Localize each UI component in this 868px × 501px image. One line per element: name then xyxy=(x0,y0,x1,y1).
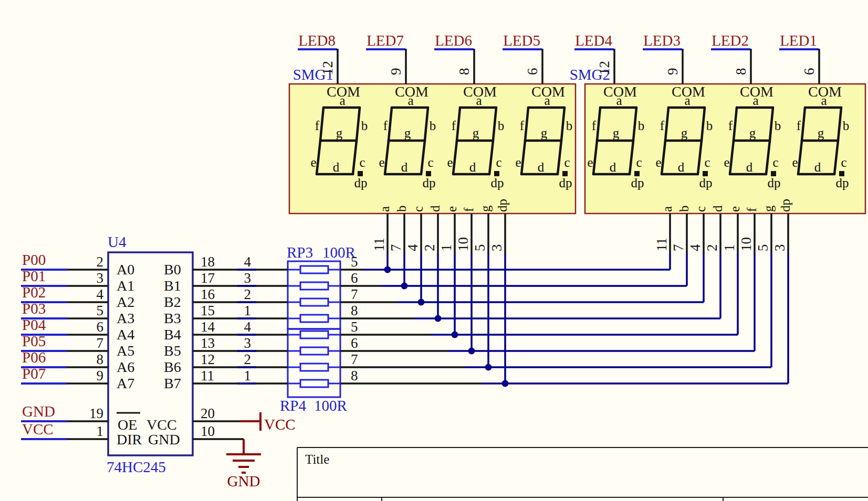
segment-c-label: c xyxy=(704,155,710,169)
rp-pin-number: 4 xyxy=(244,254,252,270)
segment-d-label: d xyxy=(538,160,545,174)
segment-pin-name: g xyxy=(761,205,776,212)
pin-number: 16 xyxy=(201,286,215,302)
led-net-label: LED2 xyxy=(712,32,749,49)
pin-number: 7 xyxy=(97,335,104,351)
rp-pin-number: 6 xyxy=(351,335,358,351)
vcc-power-label: VCC xyxy=(264,416,296,433)
led-net-label: LED3 xyxy=(643,32,681,49)
segment-e-label: e xyxy=(310,155,316,169)
segment-g-label: g xyxy=(473,126,479,140)
segment-a-label: a xyxy=(339,93,345,108)
net-label: P04 xyxy=(22,316,46,333)
segment-d-label: d xyxy=(333,160,340,174)
segment-dp-label: dp xyxy=(354,176,368,190)
pin-number: 2 xyxy=(97,254,104,270)
resistor-icon xyxy=(300,282,328,290)
segment-pin-number: 3 xyxy=(489,244,505,252)
net-label: P03 xyxy=(22,300,46,317)
segment-b-label: b xyxy=(775,119,781,133)
segment-pin-name: b xyxy=(394,206,409,212)
pin-number: 6 xyxy=(97,319,104,335)
segment-dp-label: dp xyxy=(491,176,504,190)
pin-number-19: 19 xyxy=(89,406,103,421)
segment-b-label: b xyxy=(566,119,573,133)
pin-name: A5 xyxy=(117,343,134,359)
pin-name: B4 xyxy=(164,326,181,343)
resistor-icon xyxy=(300,364,328,371)
segment-g-label: g xyxy=(336,126,343,140)
segment-pin-name: d xyxy=(428,205,442,212)
rp-pin-number: 1 xyxy=(244,303,252,318)
pin-name: A2 xyxy=(117,294,134,310)
rp4-designator: RP4 xyxy=(280,397,306,414)
pin-number: 15 xyxy=(201,303,215,318)
segment-a-label: a xyxy=(476,93,482,108)
segment-pin-number: 1 xyxy=(721,244,737,252)
segment-dp-label: dp xyxy=(836,176,849,190)
pin-name: B5 xyxy=(164,343,181,359)
pin-number: 18 xyxy=(201,254,215,270)
segment-pin-number: 4 xyxy=(687,244,703,251)
net-label: P05 xyxy=(22,333,46,349)
schematic-canvas: SMG1 SMG2 U4 74HC245 GND 19 VCC 1 OE VCC… xyxy=(0,0,868,501)
net-label: P01 xyxy=(22,268,46,284)
net-label-vcc: VCC xyxy=(22,421,54,438)
pin-name: B0 xyxy=(164,261,181,278)
pin-number: 17 xyxy=(201,270,215,286)
segment-dp-label: dp xyxy=(631,176,644,190)
segment-a-label: a xyxy=(407,93,413,108)
segment-g-label: g xyxy=(818,126,824,140)
segment-e-label: e xyxy=(515,155,521,169)
segment-dp-label: dp xyxy=(423,176,436,190)
pin-name-dir: DIR xyxy=(117,431,142,447)
segment-d-label: d xyxy=(746,160,753,174)
segment-c-label: c xyxy=(636,155,642,169)
segment-g-label: g xyxy=(541,126,548,140)
segment-pin-name: g xyxy=(478,205,493,212)
segment-g-label: g xyxy=(749,126,756,140)
segment-pin-name: dp xyxy=(495,199,509,212)
pin-number: 5 xyxy=(97,303,104,318)
rp-pin-number: 5 xyxy=(351,254,358,270)
chip-designator: U4 xyxy=(108,233,127,250)
segment-c-label: c xyxy=(564,155,570,169)
led-net-label: LED5 xyxy=(503,32,540,49)
pin-number-10: 10 xyxy=(201,423,215,439)
segment-pin-name: f xyxy=(745,207,759,212)
segment-pin-number: 1 xyxy=(438,244,454,252)
rp-pin-number: 2 xyxy=(244,286,252,302)
pin-number-20: 20 xyxy=(201,406,215,421)
pin-name: A1 xyxy=(117,278,134,294)
led-net-label: LED8 xyxy=(298,32,336,49)
segment-f-label: f xyxy=(452,119,456,133)
segment-c-label: c xyxy=(427,155,433,169)
segment-pin-number: 5 xyxy=(755,244,771,252)
com-pin-number: 8 xyxy=(456,68,472,76)
segment-c-label: c xyxy=(496,155,501,169)
rp-pin-number: 3 xyxy=(244,270,252,286)
rp3-designator: RP3 xyxy=(287,244,313,261)
com-pin-number: 8 xyxy=(733,68,749,76)
pin-number: 14 xyxy=(201,319,215,335)
segment-pin-number: 7 xyxy=(388,244,404,252)
led-net-label: LED1 xyxy=(780,32,817,49)
chip-part-number: 74HC245 xyxy=(107,459,166,475)
rp-pin-number: 2 xyxy=(244,351,252,367)
rp-pin-number: 3 xyxy=(244,335,252,351)
segment-b-label: b xyxy=(843,119,850,133)
com-pin-number: 6 xyxy=(801,68,817,76)
pin-name: A6 xyxy=(117,359,134,375)
segment-b-label: b xyxy=(706,119,713,133)
segment-pin-number: 2 xyxy=(422,244,437,252)
net-label: P02 xyxy=(22,284,46,301)
segment-pin-name: d xyxy=(710,205,725,212)
pin-number-1: 1 xyxy=(97,423,104,439)
com-pin-number: 9 xyxy=(665,68,681,76)
com-pin-number: 6 xyxy=(525,68,540,76)
segment-f-label: f xyxy=(383,119,388,133)
pin-number: 8 xyxy=(97,351,104,367)
segment-e-label: e xyxy=(587,155,593,169)
segment-g-label: g xyxy=(404,126,411,140)
pin-number: 13 xyxy=(201,335,215,351)
